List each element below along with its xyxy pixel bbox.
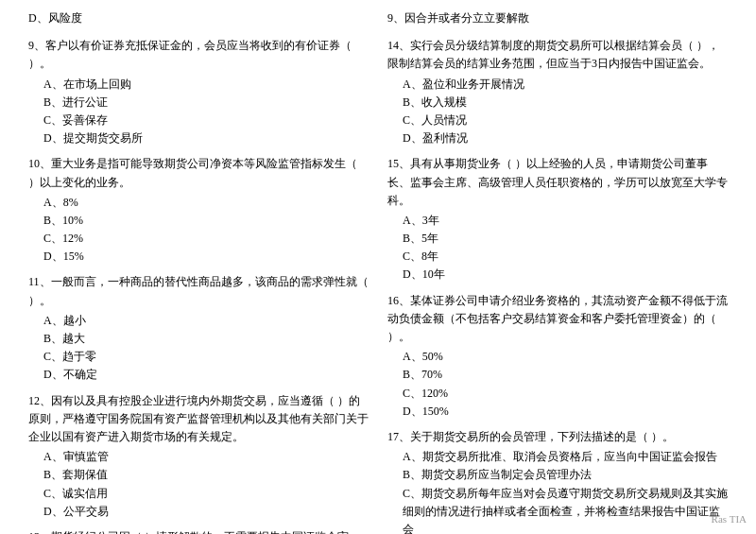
question-17-text: 17、关于期货交易所的会员管理，下列法描述的是（ ）。 xyxy=(387,428,728,446)
question-16: 16、某体证券公司申请介绍业务资格的，其流动资产金额不得低于流动负债金额（不包括… xyxy=(387,292,728,421)
right-column: 9、因合并或者分立立要解散 14、实行会员分级结算制度的期货交易所可以根据结算会… xyxy=(387,9,728,534)
q14-optD: D、盈利情况 xyxy=(403,129,728,147)
q17-optA: A、期货交易所批准、取消会员资格后，应当向中国证监会报告 xyxy=(403,448,728,466)
q11-optD: D、不确定 xyxy=(43,366,369,384)
question-9r: 9、因合并或者分立立要解散 xyxy=(387,9,728,29)
q15-optC: C、8年 xyxy=(403,248,728,266)
left-column: D、风险度 9、客户以有价证券充抵保证金的，会员应当将收到的有价证券（ ）。 A… xyxy=(28,9,369,534)
q9-optA: A、在市场上回购 xyxy=(43,76,369,94)
question-9-text: 9、客户以有价证券充抵保证金的，会员应当将收到的有价证券（ ）。 xyxy=(28,37,369,73)
q10-optA: A、8% xyxy=(43,194,369,212)
q9-optB: B、进行公证 xyxy=(43,94,369,112)
q10-optB: B、10% xyxy=(43,212,369,230)
question-12: 12、因有以及具有控股企业进行境内外期货交易，应当遵循（ ）的原则，严格遵守国务… xyxy=(28,392,369,521)
q11-optC: C、趋于零 xyxy=(43,348,369,366)
q9-optD: D、提交期货交易所 xyxy=(43,129,369,147)
q12-optD: D、公平交易 xyxy=(43,503,369,521)
question-14: 14、实行会员分级结算制度的期货交易所可以根据结算会员（ ），限制结算会员的结算… xyxy=(387,37,728,147)
question-9: 9、客户以有价证券充抵保证金的，会员应当将收到的有价证券（ ）。 A、在市场上回… xyxy=(28,37,369,147)
q16-optB: B、70% xyxy=(403,366,728,384)
question-13: 13、期货经纪公司因（ ）情形解散的，不需要报告中国证监会审批。 A、营业期限届… xyxy=(28,528,369,534)
q9-optC: C、妥善保存 xyxy=(43,112,369,129)
question-17: 17、关于期货交易所的会员管理，下列法描述的是（ ）。 A、期货交易所批准、取消… xyxy=(387,428,728,534)
question-10: 10、重大业务是指可能导致期货公司净资本等风险监管指标发生（ ）以上变化的业务。… xyxy=(28,155,369,266)
q14-optC: C、人员情况 xyxy=(403,112,728,129)
q16-optC: C、120% xyxy=(403,385,728,403)
q12-optC: C、诚实信用 xyxy=(43,485,369,503)
q12-optB: B、套期保值 xyxy=(43,466,369,484)
page-container: D、风险度 9、客户以有价证券充抵保证金的，会员应当将收到的有价证券（ ）。 A… xyxy=(28,9,728,534)
question-10-text: 10、重大业务是指可能导致期货公司净资本等风险监管指标发生（ ）以上变化的业务。 xyxy=(28,155,369,191)
q14-optA: A、盈位和业务开展情况 xyxy=(403,76,728,94)
q15-optA: A、3年 xyxy=(403,212,728,230)
question-d: D、风险度 xyxy=(28,9,369,29)
question-15: 15、具有从事期货业务（ ）以上经验的人员，申请期货公司董事长、监事会主席、高级… xyxy=(387,155,728,284)
question-16-text: 16、某体证券公司申请介绍业务资格的，其流动资产金额不得低于流动负债金额（不包括… xyxy=(387,292,728,347)
question-14-text: 14、实行会员分级结算制度的期货交易所可以根据结算会员（ ），限制结算会员的结算… xyxy=(387,37,728,73)
q16-optD: D、150% xyxy=(403,403,728,421)
question-d-text: D、风险度 xyxy=(28,9,369,27)
q11-optB: B、越大 xyxy=(43,330,369,348)
question-13-text: 13、期货经纪公司因（ ）情形解散的，不需要报告中国证监会审批。 xyxy=(28,528,369,534)
q17-optB: B、期货交易所应当制定会员管理办法 xyxy=(403,466,728,484)
watermark: Ras TIA xyxy=(712,513,747,525)
q12-optA: A、审慎监管 xyxy=(43,448,369,466)
question-9r-text: 9、因合并或者分立立要解散 xyxy=(387,9,728,27)
q15-optD: D、10年 xyxy=(403,266,728,284)
q10-optD: D、15% xyxy=(43,248,369,266)
q17-optC: C、期货交易所每年应当对会员遵守期货交易所交易规则及其实施细则的情况进行抽样或者… xyxy=(403,485,728,535)
q14-optB: B、收入规模 xyxy=(403,94,728,112)
question-11: 11、一般而言，一种商品的替代性商品越多，该商品的需求弹性就（ ）。 A、越小 … xyxy=(28,273,369,384)
question-12-text: 12、因有以及具有控股企业进行境内外期货交易，应当遵循（ ）的原则，严格遵守国务… xyxy=(28,392,369,447)
question-15-text: 15、具有从事期货业务（ ）以上经验的人员，申请期货公司董事长、监事会主席、高级… xyxy=(387,155,728,210)
q11-optA: A、越小 xyxy=(43,312,369,330)
q10-optC: C、12% xyxy=(43,230,369,248)
q16-optA: A、50% xyxy=(403,348,728,366)
q15-optB: B、5年 xyxy=(403,230,728,248)
columns: D、风险度 9、客户以有价证券充抵保证金的，会员应当将收到的有价证券（ ）。 A… xyxy=(28,9,728,534)
question-11-text: 11、一般而言，一种商品的替代性商品越多，该商品的需求弹性就（ ）。 xyxy=(28,273,369,309)
